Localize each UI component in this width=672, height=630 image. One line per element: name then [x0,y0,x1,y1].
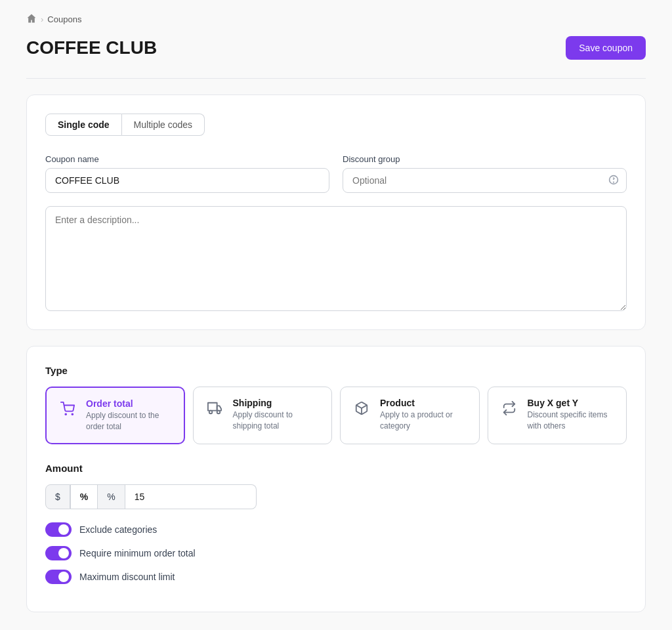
arrows-icon [499,398,520,419]
coupon-name-group: Coupon name [45,154,329,193]
amount-label: Amount [45,463,627,474]
order-total-title: Order total [86,398,173,409]
discount-group-group: Discount group [343,154,627,193]
amount-section: Amount $ % % [45,463,627,509]
require-minimum-toggle[interactable] [45,546,72,560]
header-divider [26,78,646,79]
product-desc: Apply to a product or category [380,410,469,432]
require-minimum-label: Require minimum order total [79,548,196,558]
breadcrumb-separator: › [41,14,43,24]
breadcrumb: › Coupons [26,13,646,26]
exclude-categories-label: Exclude categories [79,524,157,535]
help-circle-icon [608,175,619,187]
require-minimum-row: Require minimum order total [45,546,627,560]
type-order-total[interactable]: Order total Apply discount to the order … [45,387,185,444]
currency-button[interactable]: $ [45,484,70,509]
svg-point-3 [72,413,73,415]
buy-x-get-y-title: Buy X get Y [528,398,616,408]
svg-rect-4 [207,403,217,411]
tab-single-code[interactable]: Single code [45,114,122,136]
maximum-discount-toggle[interactable] [45,570,72,584]
form-main-row: Coupon name Discount group [45,154,627,193]
box-icon [351,398,372,419]
coupon-name-label: Coupon name [45,154,329,164]
type-options-grid: Order total Apply discount to the order … [45,387,627,444]
svg-point-2 [65,413,66,415]
order-total-desc: Apply discount to the order total [86,410,173,432]
maximum-discount-row: Maximum discount limit [45,570,627,584]
type-product[interactable]: Product Apply to a product or category [340,387,480,444]
coupon-name-input[interactable] [45,168,329,193]
description-group [45,206,627,311]
code-type-tabs: Single code Multiple codes [45,114,627,136]
breadcrumb-coupons[interactable]: Coupons [47,14,81,24]
type-buy-x-get-y[interactable]: Buy X get Y Discount specific items with… [488,387,627,444]
maximum-discount-label: Maximum discount limit [79,572,175,582]
svg-point-6 [217,411,220,414]
toggles-section: Exclude categories Require minimum order… [45,522,627,584]
shipping-desc: Apply discount to shipping total [233,410,322,432]
page-header: COFFEE CLUB Save coupon [26,36,646,60]
type-shipping[interactable]: Shipping Apply discount to shipping tota… [193,387,333,444]
save-coupon-button[interactable]: Save coupon [566,36,646,60]
shipping-title: Shipping [233,398,322,408]
coupon-details-card: Single code Multiple codes Coupon name D… [26,94,646,330]
page-title: COFFEE CLUB [26,37,157,58]
home-icon[interactable] [26,13,37,26]
exclude-categories-row: Exclude categories [45,522,627,537]
description-textarea[interactable] [45,206,627,311]
svg-point-1 [614,182,614,182]
percent-button[interactable]: % [70,484,98,509]
buy-x-get-y-desc: Discount specific items with others [528,410,616,432]
discount-group-input-wrapper [343,168,627,193]
discount-group-label: Discount group [343,154,627,164]
tab-multiple-codes[interactable]: Multiple codes [122,114,205,136]
percent-display: % [98,484,125,509]
exclude-categories-toggle[interactable] [45,522,72,537]
cart-icon [57,398,78,419]
discount-group-input[interactable] [343,168,627,193]
svg-point-5 [209,411,212,414]
product-title: Product [380,398,469,408]
truck-icon [204,398,225,419]
type-amount-card: Type Order total Apply discount to the o… [26,346,646,612]
amount-controls: $ % % [45,484,627,509]
amount-input[interactable] [125,484,257,509]
type-section-title: Type [45,365,627,376]
